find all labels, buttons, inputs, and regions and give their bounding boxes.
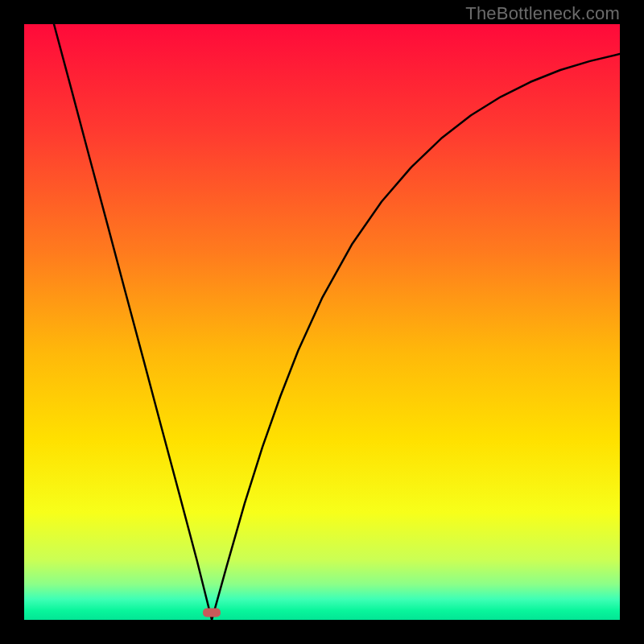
- bottleneck-curve: [24, 24, 620, 620]
- chart-frame: TheBottleneck.com: [0, 0, 644, 644]
- watermark-text: TheBottleneck.com: [465, 3, 620, 24]
- plot-area: [24, 24, 620, 620]
- cusp-marker: [203, 609, 221, 617]
